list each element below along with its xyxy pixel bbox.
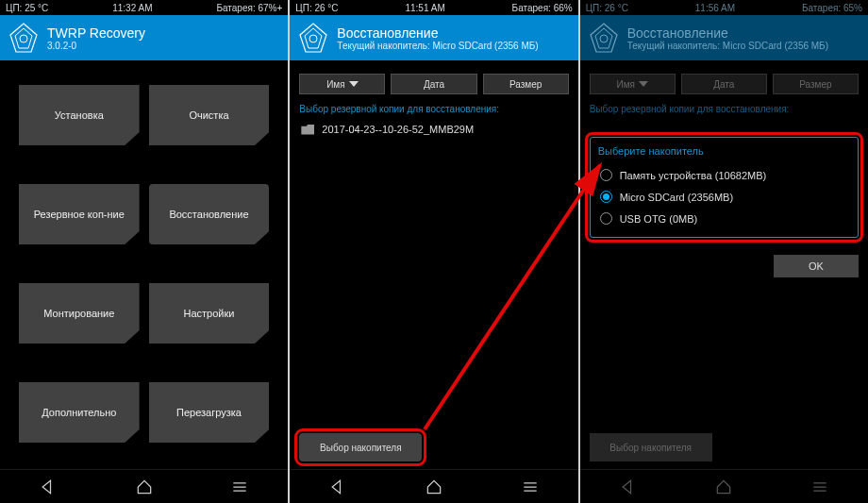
svg-marker-4 <box>305 28 322 48</box>
nav-bar <box>290 469 577 503</box>
section-label: Выбор резервной копии для восстановления… <box>590 104 859 114</box>
storage-option-internal[interactable]: Память устройства (10682MB) <box>598 164 850 186</box>
header-subtitle: Текущий накопитель: Micro SDCard (2356 М… <box>337 41 538 51</box>
battery: Батарея: 65% <box>802 3 862 13</box>
ok-button[interactable]: OK <box>774 255 859 277</box>
status-bar: ЦП: 26 °C 11:56 AM Батарея: 65% <box>580 0 868 15</box>
status-bar: ЦП: 25 °C 11:32 AM Батарея: 67%+ <box>0 0 288 15</box>
chevron-down-icon <box>349 81 359 87</box>
sort-bar: Имя Дата Размер <box>299 74 568 94</box>
home-icon[interactable] <box>135 478 154 496</box>
clock: 11:56 AM <box>695 3 735 13</box>
storage-option-usb[interactable]: USB OTG (0MB) <box>598 208 850 229</box>
svg-point-2 <box>20 35 27 42</box>
twrp-logo-icon <box>297 22 329 54</box>
tile-wipe[interactable]: Очистка <box>149 85 270 145</box>
svg-point-8 <box>600 35 608 42</box>
back-icon[interactable] <box>328 478 347 496</box>
home-icon[interactable] <box>425 478 443 496</box>
tile-settings[interactable]: Настройки <box>149 283 270 344</box>
chevron-down-icon <box>639 81 648 87</box>
sort-size-button[interactable]: Размер <box>483 74 569 94</box>
panel-select-storage: ЦП: 26 °C 11:56 AM Батарея: 65% Восстано… <box>580 0 868 503</box>
svg-marker-7 <box>595 28 612 48</box>
storage-option-sdcard[interactable]: Micro SDCard (2356MB) <box>598 186 850 208</box>
battery: Батарея: 66% <box>512 3 573 13</box>
radio-icon <box>600 212 612 225</box>
tile-advanced[interactable]: Дополнительно <box>19 382 140 443</box>
nav-bar <box>580 469 868 503</box>
header-title: Восстановление <box>627 25 828 41</box>
restore-body: Имя Дата Размер Выбор резервной копии дл… <box>290 60 577 469</box>
header-title: Восстановление <box>337 25 538 41</box>
clock: 11:51 AM <box>405 3 444 13</box>
header-title: TWRP Recovery <box>47 25 145 41</box>
sort-bar: Имя Дата Размер <box>590 74 859 94</box>
cpu-temp: ЦП: 26 °C <box>295 3 338 13</box>
svg-point-5 <box>309 35 317 42</box>
menu-icon[interactable] <box>810 478 829 496</box>
select-storage-button[interactable]: Выбор накопителя <box>299 433 422 461</box>
folder-icon <box>301 125 314 135</box>
sort-name-button[interactable]: Имя <box>299 74 385 94</box>
dialog-title: Выберите накопитель <box>598 145 850 157</box>
sort-date-button: Дата <box>681 74 767 94</box>
main-grid: Установка Очистка Резервное коп-ние Восс… <box>0 60 288 469</box>
storage-body: Имя Дата Размер Выбор резервной копии дл… <box>580 60 868 469</box>
sort-size-button: Размер <box>773 74 859 94</box>
sort-date-button[interactable]: Дата <box>391 74 476 94</box>
cpu-temp: ЦП: 25 °C <box>6 3 48 13</box>
select-storage-button: Выбор накопителя <box>590 433 712 461</box>
twrp-logo-icon <box>8 22 40 54</box>
tile-reboot[interactable]: Перезагрузка <box>149 382 270 443</box>
radio-icon <box>600 191 612 203</box>
header: TWRP Recovery 3.0.2-0 <box>0 15 288 60</box>
storage-dialog: Выберите накопитель Память устройства (1… <box>590 137 859 238</box>
menu-icon[interactable] <box>230 478 249 496</box>
battery: Батарея: 67%+ <box>216 3 282 13</box>
header: Восстановление Текущий накопитель: Micro… <box>580 15 868 60</box>
tile-restore[interactable]: Восстановление <box>149 184 270 244</box>
clock: 11:32 AM <box>112 3 152 13</box>
tile-backup[interactable]: Резервное коп-ние <box>19 184 140 244</box>
sort-name-button: Имя <box>590 74 676 94</box>
panel-restore-list: ЦП: 26 °C 11:51 AM Батарея: 66% Восстано… <box>290 0 577 503</box>
menu-icon[interactable] <box>521 478 540 496</box>
svg-marker-1 <box>15 28 32 48</box>
nav-bar <box>0 469 288 503</box>
twrp-logo-icon <box>588 22 620 54</box>
back-icon[interactable] <box>619 478 638 496</box>
tile-install[interactable]: Установка <box>19 85 140 145</box>
backup-folder-row[interactable]: 2017-04-23--10-26-52_MMB29M <box>299 120 568 139</box>
section-label: Выбор резервной копии для восстановления… <box>299 104 568 114</box>
header: Восстановление Текущий накопитель: Micro… <box>290 15 577 60</box>
tile-mount[interactable]: Монтирование <box>19 283 140 344</box>
status-bar: ЦП: 26 °C 11:51 AM Батарея: 66% <box>290 0 577 15</box>
header-subtitle: 3.0.2-0 <box>47 41 145 51</box>
home-icon[interactable] <box>714 478 733 496</box>
backup-name: 2017-04-23--10-26-52_MMB29M <box>322 124 474 135</box>
panel-main-menu: ЦП: 25 °C 11:32 AM Батарея: 67%+ TWRP Re… <box>0 0 288 503</box>
radio-icon <box>600 169 612 181</box>
back-icon[interactable] <box>39 478 58 496</box>
header-subtitle: Текущий накопитель: Micro SDCard (2356 М… <box>627 41 828 51</box>
cpu-temp: ЦП: 26 °C <box>586 3 628 13</box>
